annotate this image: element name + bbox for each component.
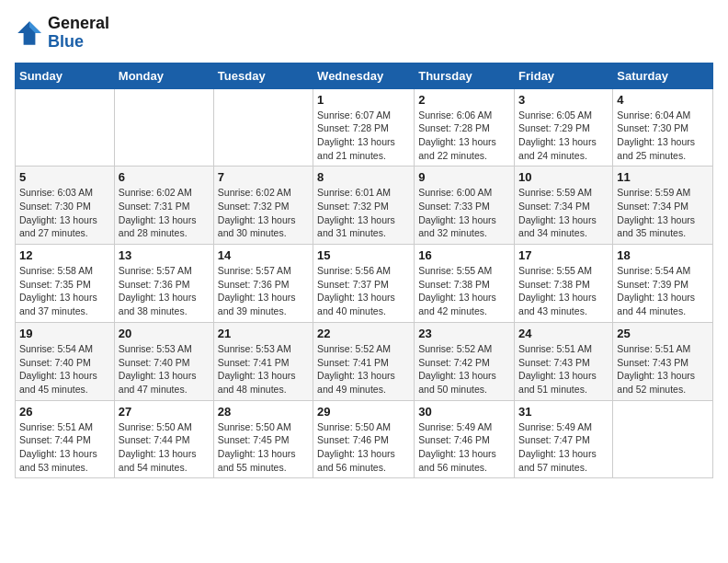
- day-cell: 29Sunrise: 5:50 AMSunset: 7:46 PMDayligh…: [313, 400, 415, 478]
- day-cell: 7Sunrise: 6:02 AMSunset: 7:32 PMDaylight…: [213, 167, 313, 245]
- day-cell: 3Sunrise: 6:05 AMSunset: 7:29 PMDaylight…: [515, 88, 613, 167]
- day-info: Sunrise: 5:51 AMSunset: 7:44 PMDaylight:…: [19, 420, 110, 475]
- day-info: Sunrise: 5:55 AMSunset: 7:38 PMDaylight:…: [518, 264, 609, 318]
- day-cell: 11Sunrise: 5:59 AMSunset: 7:34 PMDayligh…: [613, 167, 713, 245]
- day-number: 19: [19, 327, 110, 340]
- day-cell: 5Sunrise: 6:03 AMSunset: 7:30 PMDaylight…: [16, 167, 115, 245]
- day-info: Sunrise: 5:58 AMSunset: 7:35 PMDaylight:…: [19, 264, 110, 318]
- day-number: 14: [218, 248, 309, 262]
- day-number: 7: [218, 170, 309, 184]
- col-header-thursday: Thursday: [415, 63, 515, 88]
- day-cell: 31Sunrise: 5:49 AMSunset: 7:47 PMDayligh…: [515, 400, 613, 478]
- day-number: 26: [19, 405, 110, 419]
- day-info: Sunrise: 5:54 AMSunset: 7:39 PMDaylight:…: [617, 264, 709, 318]
- day-info: Sunrise: 5:53 AMSunset: 7:40 PMDaylight:…: [119, 342, 210, 396]
- day-info: Sunrise: 6:02 AMSunset: 7:31 PMDaylight:…: [119, 186, 210, 240]
- day-cell: 15Sunrise: 5:56 AMSunset: 7:37 PMDayligh…: [313, 245, 415, 323]
- page-header: General Blue: [15, 15, 713, 52]
- day-cell: 24Sunrise: 5:51 AMSunset: 7:43 PMDayligh…: [515, 322, 613, 400]
- day-number: 18: [617, 248, 709, 262]
- col-header-tuesday: Tuesday: [213, 63, 313, 88]
- day-info: Sunrise: 5:51 AMSunset: 7:43 PMDaylight:…: [617, 342, 709, 396]
- day-info: Sunrise: 5:57 AMSunset: 7:36 PMDaylight:…: [218, 264, 309, 318]
- day-number: 27: [119, 405, 210, 419]
- day-number: 21: [218, 327, 309, 340]
- day-info: Sunrise: 5:50 AMSunset: 7:45 PMDaylight:…: [218, 420, 309, 475]
- day-info: Sunrise: 5:49 AMSunset: 7:47 PMDaylight:…: [518, 420, 609, 475]
- day-info: Sunrise: 5:52 AMSunset: 7:41 PMDaylight:…: [317, 342, 410, 396]
- logo: General Blue: [15, 15, 109, 52]
- day-number: 6: [119, 170, 210, 184]
- day-cell: 25Sunrise: 5:51 AMSunset: 7:43 PMDayligh…: [613, 322, 713, 400]
- day-info: Sunrise: 5:53 AMSunset: 7:41 PMDaylight:…: [218, 342, 309, 396]
- logo-general: General: [48, 15, 109, 33]
- logo-blue: Blue: [48, 33, 109, 52]
- day-cell: 14Sunrise: 5:57 AMSunset: 7:36 PMDayligh…: [213, 245, 313, 323]
- week-row-2: 5Sunrise: 6:03 AMSunset: 7:30 PMDaylight…: [16, 167, 713, 245]
- day-info: Sunrise: 6:06 AMSunset: 7:28 PMDaylight:…: [418, 109, 510, 163]
- day-number: 23: [418, 327, 510, 340]
- day-number: 2: [418, 93, 510, 107]
- day-info: Sunrise: 6:01 AMSunset: 7:32 PMDaylight:…: [317, 186, 410, 240]
- day-number: 4: [617, 93, 709, 107]
- week-row-5: 26Sunrise: 5:51 AMSunset: 7:44 PMDayligh…: [16, 400, 713, 478]
- day-info: Sunrise: 5:59 AMSunset: 7:34 PMDaylight:…: [518, 186, 609, 240]
- day-cell: 27Sunrise: 5:50 AMSunset: 7:44 PMDayligh…: [114, 400, 213, 478]
- day-info: Sunrise: 5:51 AMSunset: 7:43 PMDaylight:…: [518, 342, 609, 396]
- week-row-1: 1Sunrise: 6:07 AMSunset: 7:28 PMDaylight…: [16, 88, 713, 167]
- day-number: 20: [119, 327, 210, 340]
- day-number: 24: [518, 327, 609, 340]
- day-info: Sunrise: 5:55 AMSunset: 7:38 PMDaylight:…: [418, 264, 510, 318]
- day-cell: 22Sunrise: 5:52 AMSunset: 7:41 PMDayligh…: [313, 322, 415, 400]
- day-cell: 6Sunrise: 6:02 AMSunset: 7:31 PMDaylight…: [114, 167, 213, 245]
- day-cell: 9Sunrise: 6:00 AMSunset: 7:33 PMDaylight…: [415, 167, 515, 245]
- day-cell: [16, 88, 115, 167]
- day-cell: [613, 400, 713, 478]
- day-number: 17: [518, 248, 609, 262]
- day-info: Sunrise: 5:57 AMSunset: 7:36 PMDaylight:…: [119, 264, 210, 318]
- day-info: Sunrise: 6:00 AMSunset: 7:33 PMDaylight:…: [418, 186, 510, 240]
- day-info: Sunrise: 6:07 AMSunset: 7:28 PMDaylight:…: [317, 109, 410, 163]
- day-number: 12: [19, 248, 110, 262]
- day-number: 25: [617, 327, 709, 340]
- day-cell: 30Sunrise: 5:49 AMSunset: 7:46 PMDayligh…: [415, 400, 515, 478]
- col-header-saturday: Saturday: [613, 63, 713, 88]
- day-info: Sunrise: 5:52 AMSunset: 7:42 PMDaylight:…: [418, 342, 510, 396]
- day-cell: 8Sunrise: 6:01 AMSunset: 7:32 PMDaylight…: [313, 167, 415, 245]
- day-number: 9: [418, 170, 510, 184]
- logo-icon: [15, 18, 44, 48]
- day-number: 28: [218, 405, 309, 419]
- day-info: Sunrise: 6:04 AMSunset: 7:30 PMDaylight:…: [617, 109, 709, 163]
- day-cell: [114, 88, 213, 167]
- day-number: 13: [119, 248, 210, 262]
- col-header-monday: Monday: [114, 63, 213, 88]
- day-cell: 2Sunrise: 6:06 AMSunset: 7:28 PMDaylight…: [415, 88, 515, 167]
- day-number: 8: [317, 170, 410, 184]
- day-cell: 20Sunrise: 5:53 AMSunset: 7:40 PMDayligh…: [114, 322, 213, 400]
- day-info: Sunrise: 6:05 AMSunset: 7:29 PMDaylight:…: [518, 109, 609, 163]
- week-row-3: 12Sunrise: 5:58 AMSunset: 7:35 PMDayligh…: [16, 245, 713, 323]
- day-cell: 16Sunrise: 5:55 AMSunset: 7:38 PMDayligh…: [415, 245, 515, 323]
- col-header-friday: Friday: [515, 63, 613, 88]
- day-number: 29: [317, 405, 410, 419]
- day-number: 10: [518, 170, 609, 184]
- col-header-sunday: Sunday: [16, 63, 115, 88]
- day-info: Sunrise: 5:50 AMSunset: 7:46 PMDaylight:…: [317, 420, 410, 475]
- day-info: Sunrise: 6:02 AMSunset: 7:32 PMDaylight:…: [218, 186, 309, 240]
- day-number: 31: [518, 405, 609, 419]
- day-cell: 26Sunrise: 5:51 AMSunset: 7:44 PMDayligh…: [16, 400, 115, 478]
- header-row: SundayMondayTuesdayWednesdayThursdayFrid…: [16, 63, 713, 88]
- day-number: 1: [317, 93, 410, 107]
- day-number: 15: [317, 248, 410, 262]
- day-cell: 10Sunrise: 5:59 AMSunset: 7:34 PMDayligh…: [515, 167, 613, 245]
- day-number: 3: [518, 93, 609, 107]
- day-number: 16: [418, 248, 510, 262]
- day-info: Sunrise: 5:49 AMSunset: 7:46 PMDaylight:…: [418, 420, 510, 475]
- day-cell: 1Sunrise: 6:07 AMSunset: 7:28 PMDaylight…: [313, 88, 415, 167]
- week-row-4: 19Sunrise: 5:54 AMSunset: 7:40 PMDayligh…: [16, 322, 713, 400]
- col-header-wednesday: Wednesday: [313, 63, 415, 88]
- day-info: Sunrise: 5:50 AMSunset: 7:44 PMDaylight:…: [119, 420, 210, 475]
- day-number: 22: [317, 327, 410, 340]
- day-info: Sunrise: 5:54 AMSunset: 7:40 PMDaylight:…: [19, 342, 110, 396]
- day-number: 5: [19, 170, 110, 184]
